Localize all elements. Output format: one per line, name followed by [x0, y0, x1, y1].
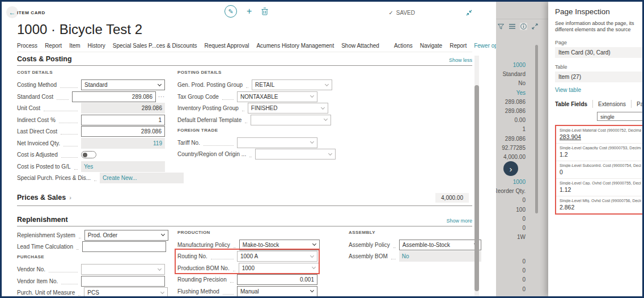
- replenishment-header[interactable]: Replenishment Show more: [17, 216, 472, 226]
- list-view-button[interactable]: [509, 23, 516, 30]
- factbox-value: 0: [522, 276, 526, 283]
- field-result-row[interactable]: Single-Level Material Cost (99000752, De…: [556, 126, 642, 143]
- gen-prod-posting-group-select[interactable]: RETAIL: [252, 79, 332, 90]
- show-less-link[interactable]: Show less: [449, 57, 472, 63]
- menu-item-request-approval[interactable]: Request Approval: [205, 43, 249, 49]
- field-search-input[interactable]: [597, 112, 642, 121]
- menu-item-show-attached[interactable]: Show Attached: [341, 43, 379, 49]
- factbox-link[interactable]: 1000: [513, 179, 526, 185]
- assist-edit-button[interactable]: ···: [158, 94, 165, 99]
- factbox-value: 100: [516, 207, 526, 213]
- dotted-leader: [223, 294, 234, 295]
- last-direct-cost-input[interactable]: [81, 126, 165, 137]
- table-value-box: Item (27): [555, 72, 642, 82]
- main-scrollbar[interactable]: [474, 56, 479, 296]
- factbox-scrollbar[interactable]: [535, 45, 538, 213]
- dotted-leader: [74, 169, 78, 170]
- collapse-header-button[interactable]: [466, 10, 472, 16]
- factbox-next-button[interactable]: ›: [503, 161, 518, 176]
- edit-button[interactable]: ✎: [224, 5, 237, 18]
- field-label: Rounding Precision: [177, 276, 227, 283]
- delete-button[interactable]: [261, 7, 268, 15]
- menu-item-actions[interactable]: Actions: [394, 43, 413, 49]
- manufacturing-policy-select[interactable]: Make-to-Stock: [239, 240, 320, 250]
- indirect-cost-input[interactable]: [81, 115, 165, 125]
- view-table-link[interactable]: View table: [555, 87, 642, 93]
- factbox-values-mid: 1000 Reorder Qty. 0 100 0 0 1W: [496, 178, 526, 242]
- plus-icon: +: [247, 6, 252, 16]
- standard-cost-input[interactable]: [72, 91, 156, 102]
- tariff-no-select[interactable]: [237, 137, 317, 148]
- vendor-item-no-input[interactable]: [81, 276, 165, 287]
- dotted-leader: [94, 181, 96, 181]
- costs-posting-header[interactable]: Costs & Posting Show less: [17, 55, 472, 66]
- show-more-link[interactable]: Show more: [446, 218, 472, 224]
- factbox-link[interactable]: Yes: [516, 90, 526, 96]
- default-deferral-template-select[interactable]: [251, 115, 331, 125]
- chevron-down-icon: [310, 253, 314, 257]
- prices-sales-header[interactable]: Prices & Sales › 4,000.00: [17, 193, 472, 206]
- table-label: Table: [555, 64, 642, 70]
- flushing-method-select[interactable]: Manual: [237, 286, 317, 297]
- field-label: Costing Method: [17, 82, 57, 88]
- field-result-row[interactable]: Single-Level Subcontrd. Cost (99000754, …: [556, 161, 642, 178]
- field-result-row[interactable]: Single-Level Mfg. Ovhd Cost (99000756, D…: [556, 196, 642, 213]
- costs-posting-grid: COST DETAILS Costing Method Standard Sta…: [17, 70, 472, 184]
- replenishment-system-select[interactable]: Prod. Order: [84, 230, 168, 241]
- net-invoiced-qty-link[interactable]: 119: [84, 140, 162, 146]
- cost-posted-gl-link[interactable]: Yes: [84, 163, 162, 170]
- tab-extensions[interactable]: Extensions: [598, 101, 631, 107]
- inspect-button[interactable]: [520, 23, 527, 30]
- field-result-row[interactable]: Single-Level Cap. Ovhd Cost (99000755, D…: [556, 178, 642, 196]
- cost-posted-gl-field: Yes: [81, 161, 165, 172]
- country-origin-select[interactable]: [255, 149, 336, 160]
- expand-pane-button[interactable]: [531, 23, 539, 30]
- field-result-value: 0: [560, 169, 641, 175]
- field-result-row[interactable]: Single-Level Capacity Cost (99000753, De…: [556, 143, 642, 161]
- field-label: Assembly Policy: [349, 242, 390, 248]
- vendor-no-select[interactable]: [81, 264, 165, 275]
- assembly-bom-link[interactable]: No: [402, 253, 478, 259]
- list-icon: [509, 24, 515, 29]
- lead-time-calculation-input[interactable]: [82, 241, 166, 252]
- net-invoiced-qty-field: 119: [81, 138, 165, 149]
- main-scrollbar-thumb[interactable]: [474, 85, 479, 291]
- tax-group-code-select[interactable]: NONTAXABLE: [237, 91, 317, 102]
- dotted-leader: [61, 134, 78, 135]
- menu-item-report2[interactable]: Report: [450, 43, 467, 49]
- menu-item-report[interactable]: Report: [45, 43, 62, 49]
- back-button[interactable]: ←: [6, 6, 18, 18]
- rounding-precision-input[interactable]: [237, 274, 317, 285]
- production-column: PRODUCTION Manufacturing Policy Make-to-…: [177, 230, 317, 298]
- inventory-posting-group-select[interactable]: FINISHED: [248, 103, 328, 114]
- factbox-value: 0: [522, 197, 526, 203]
- menu-item-navigate[interactable]: Navigate: [420, 43, 442, 49]
- menu-item-acumens-history[interactable]: Acumens History Management: [256, 43, 334, 49]
- menu-item-special-sales[interactable]: Special Sales P...ces & Discounts: [113, 43, 197, 49]
- menu-item-process[interactable]: Process: [17, 43, 37, 49]
- routing-no-select[interactable]: 1000 A: [237, 251, 317, 262]
- menu-item-item[interactable]: Item: [69, 43, 80, 49]
- menu-item-history[interactable]: History: [88, 43, 105, 49]
- section-title: Costs & Posting: [17, 55, 72, 63]
- dotted-leader: [44, 111, 78, 111]
- cost-is-adjusted-toggle[interactable]: [81, 151, 96, 158]
- field-row: Assembly Policy Assemble-to-Stock: [349, 240, 481, 250]
- select-value: PCS: [87, 289, 159, 296]
- new-button[interactable]: +: [247, 6, 252, 16]
- filter-button[interactable]: [497, 23, 505, 30]
- production-bom-no-select[interactable]: 1000: [239, 263, 319, 274]
- factbox-link[interactable]: 1000: [513, 62, 526, 68]
- costing-method-select[interactable]: Standard: [81, 79, 165, 90]
- filter-icon: [498, 24, 504, 30]
- factbox-value: 92.77285: [502, 145, 526, 151]
- assembly-policy-select[interactable]: Assemble-to-Stock: [399, 240, 481, 250]
- chevron-down-icon: [324, 117, 328, 121]
- field-result-name: Single-Level Cap. Ovhd Cost (99000755, D…: [560, 181, 641, 185]
- select-value: 1000 A: [240, 253, 308, 259]
- tab-table-fields[interactable]: Table Fields: [555, 101, 592, 107]
- field-result-value[interactable]: 283.904: [560, 133, 641, 140]
- create-new-link[interactable]: Create New...: [103, 175, 181, 181]
- tab-page-filters[interactable]: Page Filters: [637, 101, 642, 107]
- purch-unit-of-measure-select[interactable]: PCS: [84, 287, 168, 298]
